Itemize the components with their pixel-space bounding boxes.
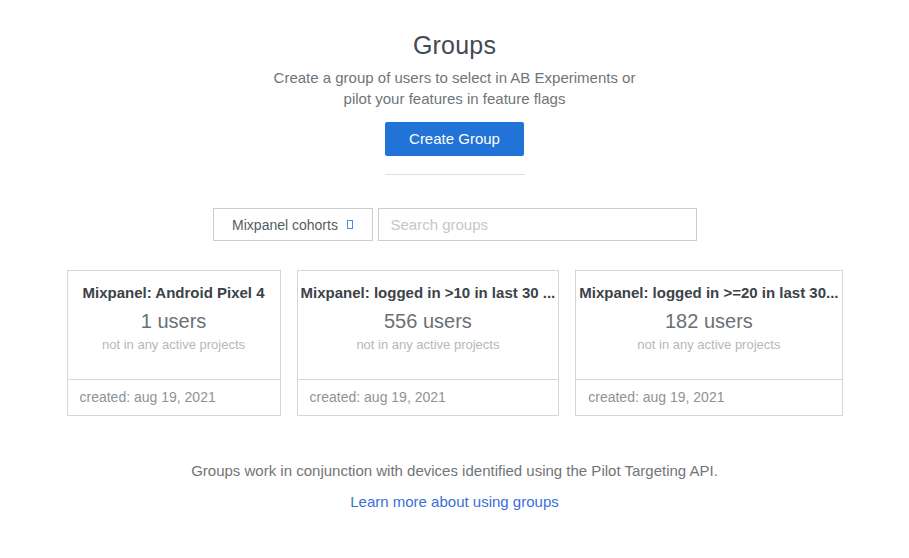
group-card[interactable]: Mixpanel: logged in >=20 in last 30... 1… xyxy=(575,270,842,416)
learn-more-link[interactable]: Learn more about using groups xyxy=(350,493,558,510)
header-divider xyxy=(385,174,525,175)
group-card-users-count: 1 users xyxy=(68,310,280,333)
group-card-project-status: not in any active projects xyxy=(298,337,559,352)
group-card-users-count: 182 users xyxy=(576,310,841,333)
search-groups-input[interactable] xyxy=(378,208,697,241)
group-card-body: Mixpanel: logged in >10 in last 30 ... 5… xyxy=(298,271,559,379)
cohort-source-dropdown-value: Mixpanel cohorts xyxy=(232,217,338,233)
group-card-title: Mixpanel: logged in >10 in last 30 ... xyxy=(298,284,559,301)
learn-more-container: Learn more about using groups xyxy=(0,493,909,511)
groups-api-note: Groups work in conjunction with devices … xyxy=(0,462,909,479)
group-card-created: created: aug 19, 2021 xyxy=(298,379,559,415)
group-card-title: Mixpanel: logged in >=20 in last 30... xyxy=(576,284,841,301)
group-card[interactable]: Mixpanel: Android Pixel 4 1 users not in… xyxy=(67,270,281,416)
page-header: Groups Create a group of users to select… xyxy=(0,0,909,175)
missing-glyph-box-icon xyxy=(347,220,353,229)
group-card-created: created: aug 19, 2021 xyxy=(576,379,841,415)
group-card-users-count: 556 users xyxy=(298,310,559,333)
group-card-body: Mixpanel: Android Pixel 4 1 users not in… xyxy=(68,271,280,379)
page-subtitle: Create a group of users to select in AB … xyxy=(0,67,909,109)
page-title: Groups xyxy=(0,31,909,60)
group-card-title: Mixpanel: Android Pixel 4 xyxy=(68,284,280,301)
filter-controls: Mixpanel cohorts xyxy=(0,208,909,241)
group-card-created: created: aug 19, 2021 xyxy=(68,379,280,415)
create-group-button[interactable]: Create Group xyxy=(385,122,524,156)
group-card-body: Mixpanel: logged in >=20 in last 30... 1… xyxy=(576,271,841,379)
group-card[interactable]: Mixpanel: logged in >10 in last 30 ... 5… xyxy=(297,270,560,416)
cohort-source-dropdown[interactable]: Mixpanel cohorts xyxy=(213,208,373,241)
group-card-project-status: not in any active projects xyxy=(576,337,841,352)
page-subtitle-line-2: pilot your features in feature flags xyxy=(0,88,909,109)
page-subtitle-line-1: Create a group of users to select in AB … xyxy=(0,67,909,88)
group-card-project-status: not in any active projects xyxy=(68,337,280,352)
group-card-list: Mixpanel: Android Pixel 4 1 users not in… xyxy=(67,270,843,416)
